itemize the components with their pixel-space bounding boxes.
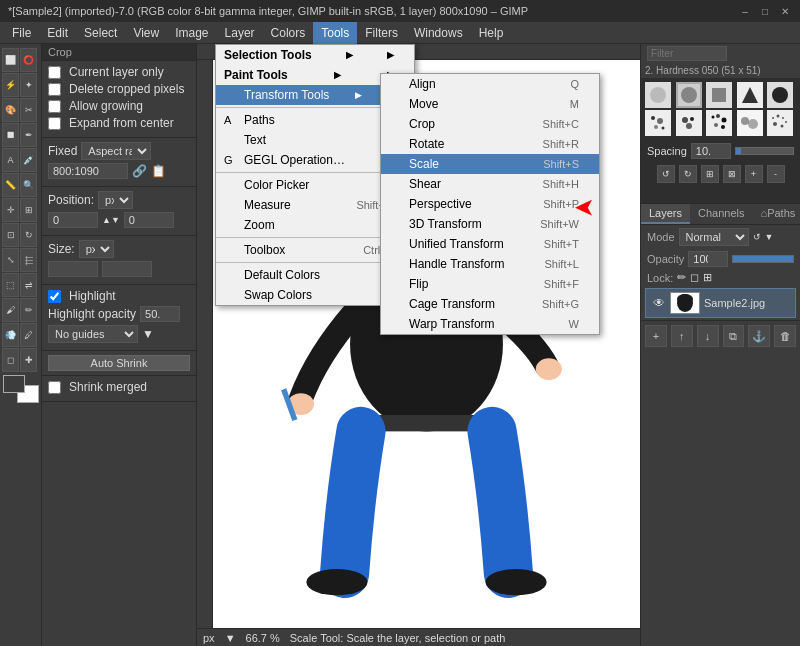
submenu-3d-transform[interactable]: 3D Transform Shift+W — [381, 214, 599, 234]
brush-item[interactable] — [767, 110, 793, 136]
tool-flip[interactable]: ⇌ — [20, 273, 37, 297]
menu-windows[interactable]: Windows — [406, 22, 471, 44]
tool-crop[interactable]: ⊡ — [2, 223, 19, 247]
brush-control-btn[interactable]: + — [745, 165, 763, 183]
foreground-color[interactable] — [3, 375, 25, 393]
brush-item[interactable] — [645, 82, 671, 108]
submenu-align[interactable]: Align Q — [381, 74, 599, 94]
tool-ellipse-select[interactable]: ⭕ — [20, 48, 37, 72]
delete-layer-button[interactable]: 🗑 — [774, 325, 796, 347]
submenu-move[interactable]: Move M — [381, 94, 599, 114]
window-controls[interactable]: – □ ✕ — [738, 4, 792, 18]
brush-control-btn[interactable]: - — [767, 165, 785, 183]
submenu-handle-transform[interactable]: Handle Transform Shift+L — [381, 254, 599, 274]
brush-control-btn[interactable]: ⊞ — [701, 165, 719, 183]
menu-tools[interactable]: Tools — [313, 22, 357, 44]
brushes-filter-input[interactable] — [647, 46, 727, 61]
pos-x-stepper[interactable]: ▲▼ — [102, 215, 120, 225]
new-layer-button[interactable]: + — [645, 325, 667, 347]
mode-select[interactable]: Normal — [679, 228, 749, 246]
auto-shrink-button[interactable]: Auto Shrink — [48, 355, 190, 371]
tool-zoom[interactable]: 🔍 — [20, 173, 37, 197]
pos-x-input[interactable] — [48, 212, 98, 228]
highlight-checkbox[interactable] — [48, 290, 61, 303]
maximize-button[interactable]: □ — [758, 4, 772, 18]
tool-ink[interactable]: 🖊 — [20, 323, 37, 347]
spacing-slider[interactable] — [735, 147, 794, 155]
tool-foreground-select[interactable]: 🔲 — [2, 123, 19, 147]
tool-airbrush[interactable]: 💨 — [2, 323, 19, 347]
lock-position-icon[interactable]: ⊞ — [703, 271, 712, 284]
tool-heal[interactable]: ✚ — [20, 348, 37, 372]
size-unit-select[interactable]: px — [79, 240, 114, 258]
brush-item[interactable] — [706, 82, 732, 108]
opacity-input[interactable] — [688, 251, 728, 267]
tool-scissors[interactable]: ✂ — [20, 98, 37, 122]
brush-item[interactable] — [737, 82, 763, 108]
submenu-warp-transform[interactable]: Warp Transform W — [381, 314, 599, 334]
pos-y-input[interactable] — [124, 212, 174, 228]
submenu-shear[interactable]: Shear Shift+H — [381, 174, 599, 194]
allow-growing-checkbox[interactable] — [48, 100, 61, 113]
tool-scale[interactable]: ⤡ — [2, 248, 19, 272]
tool-select-by-color[interactable]: 🎨 — [2, 98, 19, 122]
opacity-slider[interactable] — [732, 255, 794, 263]
shrink-merged-checkbox[interactable] — [48, 381, 61, 394]
tool-measure[interactable]: 📏 — [2, 173, 19, 197]
minimize-button[interactable]: – — [738, 4, 752, 18]
position-unit-select[interactable]: px — [98, 191, 133, 209]
size-h-input[interactable] — [102, 261, 152, 277]
brush-control-btn[interactable]: ↺ — [657, 165, 675, 183]
menu-select[interactable]: Select — [76, 22, 125, 44]
close-button[interactable]: ✕ — [778, 4, 792, 18]
brush-item[interactable] — [676, 82, 702, 108]
delete-cropped-checkbox[interactable] — [48, 83, 61, 96]
tab-channels[interactable]: Channels — [690, 204, 752, 224]
menu-selection-tools[interactable]: Selection Tools ▶ — [216, 45, 414, 65]
tool-rotate[interactable]: ↻ — [20, 223, 37, 247]
highlight-opacity-input[interactable] — [140, 306, 180, 322]
tool-align[interactable]: ⊞ — [20, 198, 37, 222]
tool-shear[interactable]: ⬱ — [20, 248, 37, 272]
color-swatches[interactable] — [3, 375, 39, 403]
tool-free-select[interactable]: ⚡ — [2, 73, 19, 97]
lock-pixels-icon[interactable]: ✏ — [677, 271, 686, 284]
mode-options-icon[interactable]: ▼ — [765, 232, 774, 242]
tool-text[interactable]: A — [2, 148, 19, 172]
tool-rect-select[interactable]: ⬜ — [2, 48, 19, 72]
anchor-layer-button[interactable]: ⚓ — [748, 325, 770, 347]
raise-layer-button[interactable]: ↑ — [671, 325, 693, 347]
menu-edit[interactable]: Edit — [39, 22, 76, 44]
tool-erase[interactable]: ◻ — [2, 348, 19, 372]
menu-image[interactable]: Image — [167, 22, 216, 44]
menu-help[interactable]: Help — [471, 22, 512, 44]
menu-view[interactable]: View — [125, 22, 167, 44]
submenu-scale[interactable]: Scale Shift+S — [381, 154, 599, 174]
lock-alpha-icon[interactable]: ◻ — [690, 271, 699, 284]
brush-item[interactable] — [767, 82, 793, 108]
size-w-input[interactable] — [48, 261, 98, 277]
tool-move[interactable]: ✛ — [2, 198, 19, 222]
spacing-input[interactable] — [691, 143, 731, 159]
expand-from-center-checkbox[interactable] — [48, 117, 61, 130]
guides-select[interactable]: No guides — [48, 325, 138, 343]
tool-pencil[interactable]: ✏ — [20, 298, 37, 322]
tab-layers[interactable]: Layers — [641, 204, 690, 224]
menu-layer[interactable]: Layer — [217, 22, 263, 44]
menu-filters[interactable]: Filters — [357, 22, 406, 44]
tool-color-picker[interactable]: 💉 — [20, 148, 37, 172]
duplicate-layer-button[interactable]: ⧉ — [723, 325, 745, 347]
layer-visibility-icon[interactable]: 👁 — [652, 296, 666, 310]
layer-item[interactable]: 👁 Sample2.jpg — [645, 288, 796, 318]
submenu-rotate[interactable]: Rotate Shift+R — [381, 134, 599, 154]
brush-item[interactable] — [676, 110, 702, 136]
menu-colors[interactable]: Colors — [263, 22, 314, 44]
brush-item[interactable] — [737, 110, 763, 136]
tool-fuzzy-select[interactable]: ✦ — [20, 73, 37, 97]
tab-paths[interactable]: ⌂Paths — [753, 204, 800, 224]
tool-perspective[interactable]: ⬚ — [2, 273, 19, 297]
submenu-crop[interactable]: Crop Shift+C — [381, 114, 599, 134]
submenu-flip[interactable]: Flip Shift+F — [381, 274, 599, 294]
lower-layer-button[interactable]: ↓ — [697, 325, 719, 347]
submenu-cage-transform[interactable]: Cage Transform Shift+G — [381, 294, 599, 314]
